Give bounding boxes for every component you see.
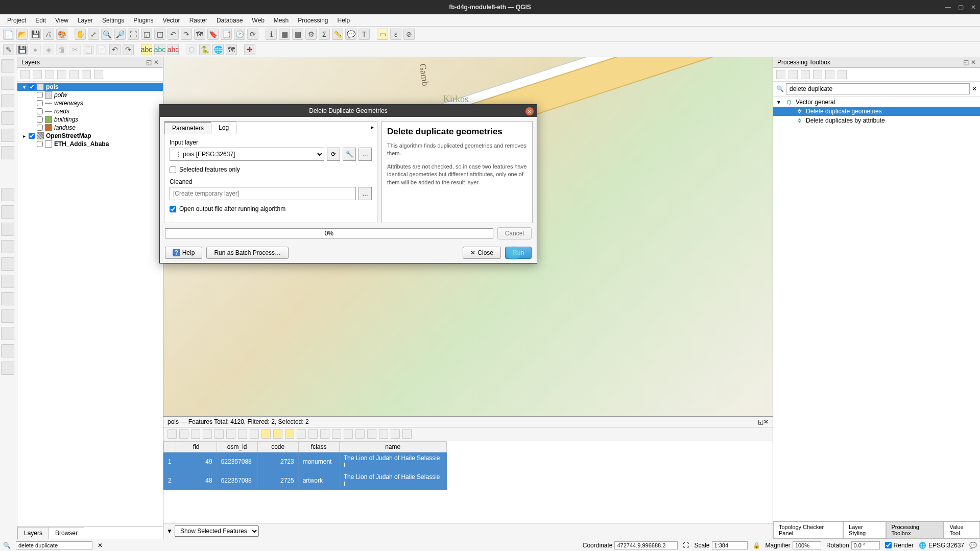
layer-item[interactable]: buildings [17,115,163,124]
stats-icon[interactable]: Σ [319,29,330,40]
maximize-icon[interactable]: ▢ [958,4,964,11]
add-mssql-icon[interactable] [1,292,14,305]
add-xyz-icon[interactable] [1,344,14,357]
add-postgis-icon[interactable] [1,257,14,271]
run-button[interactable]: Run [505,247,532,259]
copy-icon[interactable]: 📋 [83,44,94,55]
history-icon[interactable] [801,70,810,79]
label-icon[interactable]: abc [141,44,152,55]
layer-visibility-checkbox[interactable] [37,125,43,131]
run-batch-button[interactable]: Run as Batch Process… [206,247,289,259]
new-map-view-icon[interactable]: 🗺 [194,29,205,40]
tab-log[interactable]: Log [211,122,236,134]
deselect-icon[interactable]: ⊘ [403,29,415,40]
layer-item[interactable]: landuse [17,124,163,132]
show-bookmarks-icon[interactable]: 📑 [221,29,232,40]
vertex-tool-icon[interactable]: ◈ [43,44,54,55]
move-top-icon[interactable] [320,429,329,439]
measure-icon[interactable]: 📏 [332,29,343,40]
locator-input[interactable] [16,541,92,549]
new-shapefile-icon[interactable] [1,94,14,107]
style-manager-icon[interactable]: 🎨 [56,29,67,40]
open-output-checkbox[interactable] [170,206,176,212]
add-raster-icon[interactable] [1,205,14,219]
layer-item[interactable]: ▾pois [17,83,163,91]
lock-icon[interactable]: 🔒 [753,542,760,549]
label-minus-icon[interactable]: abc [168,44,179,55]
menu-plugins[interactable]: Plugins [129,16,157,25]
tab-layer-styling[interactable]: Layer Styling [843,521,886,539]
layer-item[interactable]: roads [17,107,163,115]
remove-layer-icon[interactable] [94,70,103,79]
tab-value-tool[interactable]: Value Tool [944,521,980,539]
toggle-edit-icon[interactable] [168,429,177,439]
menu-database[interactable]: Database [212,16,247,25]
selected-features-checkbox[interactable] [170,166,176,173]
select-by-expr-icon[interactable] [261,429,271,439]
zoom-in-icon[interactable]: 🔍 [101,29,112,40]
layer-item[interactable]: ▸OpenStreetMap [17,132,163,140]
zoom-to-icon[interactable] [344,429,353,439]
layer-item[interactable]: ETH_Addis_Ababa [17,140,163,148]
map-tips-icon[interactable]: 💬 [345,29,356,40]
layer-visibility-checkbox[interactable] [37,100,43,106]
invert-selection-icon[interactable] [285,429,294,439]
menu-view[interactable]: View [51,16,73,25]
new-field-icon[interactable] [355,429,365,439]
save-edits-icon[interactable]: 💾 [16,44,28,55]
add-spatialite-icon[interactable] [1,275,14,288]
tree-algorithm[interactable]: ✲Delete duplicates by attribute [773,116,980,125]
zoom-layer-icon[interactable]: ◰ [154,29,165,40]
coord-input[interactable] [614,541,678,549]
undock-toolbox-icon[interactable]: ◱ [963,59,969,66]
field-calc-icon[interactable]: ▤ [292,29,303,40]
layer-item[interactable]: waterways [17,99,163,107]
filter-icon[interactable] [57,70,66,79]
new-gpkg-icon[interactable] [1,77,14,90]
new-project-icon[interactable]: 📄 [3,29,14,40]
browse-input-icon[interactable]: … [358,148,372,161]
pan-to-icon[interactable] [332,429,341,439]
menu-raster[interactable]: Raster [185,16,211,25]
paste-attr-icon[interactable] [250,429,259,439]
dialog-close-icon[interactable]: ✕ [525,107,534,115]
clear-locator-icon[interactable]: ✕ [98,542,103,549]
minimize-icon[interactable]: — [945,4,951,11]
processing-toolbox-icon[interactable]: ⚙ [305,29,317,40]
undo-icon[interactable]: ↶ [109,44,121,55]
script-icon[interactable] [788,70,798,79]
close-toolbox-icon[interactable]: ✕ [971,59,976,66]
collapse-all-icon[interactable] [82,70,91,79]
undock-icon[interactable]: ◱ [146,59,152,66]
magnifier-input[interactable] [793,541,821,549]
add-wms-icon[interactable] [1,327,14,340]
toolbox-search-input[interactable] [786,83,970,94]
add-feature-icon[interactable]: ● [30,44,41,55]
options-icon[interactable] [838,70,847,79]
model-icon[interactable] [776,70,785,79]
layer-visibility-checkbox[interactable] [29,84,35,90]
osm-icon[interactable]: 🌐 [212,44,224,55]
attribute-table-icon[interactable]: ▦ [279,29,290,40]
conditional-format-icon[interactable] [379,429,388,439]
pan-icon[interactable]: ✋ [75,29,86,40]
edit-toggle-icon[interactable]: ✎ [3,44,14,55]
tab-topology-checker[interactable]: Topology Checker Panel [773,521,843,539]
dock-icon[interactable] [391,429,400,439]
menu-web[interactable]: Web [248,16,268,25]
deselect-all-icon[interactable] [297,429,306,439]
actions-icon[interactable] [402,429,412,439]
add-delimited-icon[interactable] [1,240,14,253]
tab-browser[interactable]: Browser [49,527,84,539]
input-layer-select[interactable]: ⋮ pois [EPSG:32637] [170,148,324,161]
filter-icon[interactable]: ▼ [166,528,173,535]
copy-attr-icon[interactable] [238,429,247,439]
close-window-icon[interactable]: ✕ [971,4,976,11]
delete-feature-attr-icon[interactable] [214,429,224,439]
show-features-select[interactable]: Show Selected Features [175,525,259,537]
layer-visibility-checkbox[interactable] [37,116,43,123]
table-row[interactable]: 2486223570882725artworkThe Lion of Judah… [164,471,447,490]
layer-visibility-checkbox[interactable] [37,92,43,98]
filter-legend-icon[interactable] [20,70,30,79]
tab-parameters[interactable]: Parameters [164,122,211,134]
